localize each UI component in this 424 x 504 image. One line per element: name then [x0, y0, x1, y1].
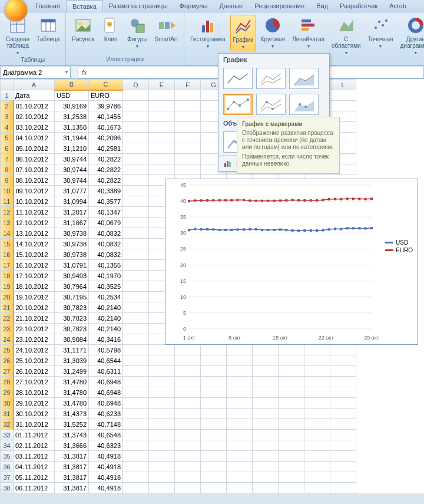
bar-chart-button[interactable]: Линейчатая — [290, 15, 327, 50]
cell-14-D[interactable] — [123, 228, 149, 239]
row-header-18[interactable]: 18 — [1, 271, 14, 281]
row-header-22[interactable]: 22 — [1, 313, 14, 324]
cell-27-L[interactable] — [330, 366, 356, 377]
cell-35-L[interactable] — [330, 451, 356, 462]
cell-32-K[interactable] — [304, 419, 330, 430]
tab-view[interactable]: Вид — [310, 0, 334, 13]
scatter-chart-button[interactable]: Точечная — [366, 15, 396, 50]
cell-27-C[interactable]: 40,6311 — [89, 366, 123, 377]
cell-38-A[interactable]: 06.11.2012 — [14, 483, 55, 493]
row-header-38[interactable]: 38 — [1, 483, 14, 493]
cell-27-I[interactable] — [253, 366, 279, 377]
cell-32-C[interactable]: 40,7148 — [89, 419, 123, 430]
cell-30-B[interactable]: 31,4780 — [55, 398, 89, 409]
cell-1-A[interactable]: Дата — [14, 90, 55, 101]
col-header-F[interactable]: F — [175, 80, 201, 90]
cell-28-A[interactable]: 27.10.2012 — [14, 377, 55, 387]
cell-1-C[interactable]: EURO — [89, 90, 123, 101]
row-header-5[interactable]: 5 — [1, 133, 14, 143]
cell-30-J[interactable] — [279, 398, 304, 409]
cell-9-B[interactable]: 30,9744 — [55, 175, 89, 186]
cell-33-K[interactable] — [304, 430, 330, 440]
row-header-34[interactable]: 34 — [1, 440, 14, 451]
cell-37-E[interactable] — [149, 472, 175, 483]
cell-28-J[interactable] — [279, 377, 304, 387]
cell-30-C[interactable]: 40,6948 — [89, 398, 123, 409]
cell-31-B[interactable]: 31,4373 — [55, 409, 89, 419]
cell-33-B[interactable]: 31,3743 — [55, 430, 89, 440]
row-header-3[interactable]: 3 — [1, 111, 14, 122]
cell-11-B[interactable]: 31,0994 — [55, 196, 89, 207]
cell-11-D[interactable] — [123, 196, 149, 207]
cell-35-B[interactable]: 31,3817 — [55, 451, 89, 462]
cell-9-A[interactable]: 08.10.2012 — [14, 175, 55, 186]
cell-25-G[interactable] — [201, 345, 227, 355]
row-header-26[interactable]: 26 — [1, 355, 14, 366]
cell-37-K[interactable] — [304, 472, 330, 483]
cell-37-B[interactable]: 31,3817 — [55, 472, 89, 483]
cell-36-C[interactable]: 40,4918 — [89, 462, 123, 472]
cell-20-D[interactable] — [123, 292, 149, 302]
line-chart-button[interactable]: График — [230, 15, 256, 51]
cell-11-A[interactable]: 10.10.2012 — [14, 196, 55, 207]
cell-35-J[interactable] — [279, 451, 304, 462]
col-header-L[interactable]: L — [330, 80, 356, 90]
cell-35-F[interactable] — [175, 451, 201, 462]
cell-21-B[interactable]: 30,7823 — [55, 302, 89, 313]
line-markers-stacked[interactable] — [256, 94, 286, 115]
cell-3-C[interactable]: 40,1455 — [89, 111, 123, 122]
cell-27-D[interactable] — [123, 366, 149, 377]
cell-17-B[interactable]: 31,0791 — [55, 260, 89, 271]
cell-14-C[interactable]: 40,0832 — [89, 228, 123, 239]
row-header-25[interactable]: 25 — [1, 345, 14, 355]
cell-31-K[interactable] — [304, 409, 330, 419]
cell-33-D[interactable] — [123, 430, 149, 440]
cell-31-D[interactable] — [123, 409, 149, 419]
cell-38-J[interactable] — [279, 483, 304, 493]
cell-5-C[interactable]: 40,2096 — [89, 133, 123, 143]
cell-5-F[interactable] — [175, 133, 201, 143]
cell-21-D[interactable] — [123, 302, 149, 313]
cell-38-D[interactable] — [123, 483, 149, 493]
cell-10-C[interactable]: 40,3389 — [89, 186, 123, 196]
cell-8-E[interactable] — [149, 164, 175, 175]
cell-10-B[interactable]: 31,0777 — [55, 186, 89, 196]
cell-20-C[interactable]: 40,2534 — [89, 292, 123, 302]
cell-22-B[interactable]: 30,7823 — [55, 313, 89, 324]
cell-34-F[interactable] — [175, 440, 201, 451]
cell-27-J[interactable] — [279, 366, 304, 377]
cell-28-E[interactable] — [149, 377, 175, 387]
cell-31-G[interactable] — [201, 409, 227, 419]
cell-24-C[interactable]: 40,3416 — [89, 334, 123, 345]
cell-33-A[interactable]: 01.11.2012 — [14, 430, 55, 440]
cell-34-G[interactable] — [201, 440, 227, 451]
cell-13-C[interactable]: 40,0679 — [89, 218, 123, 228]
row-header-2[interactable]: 2 — [1, 101, 14, 111]
row-header-10[interactable]: 10 — [1, 186, 14, 196]
cell-34-I[interactable] — [253, 440, 279, 451]
cell-36-L[interactable] — [330, 462, 356, 472]
cell-25-C[interactable]: 40,5798 — [89, 345, 123, 355]
cell-2-L[interactable] — [330, 101, 356, 111]
cell-35-C[interactable]: 40,4918 — [89, 451, 123, 462]
cell-6-B[interactable]: 31,1210 — [55, 143, 89, 154]
cell-38-C[interactable]: 40,4918 — [89, 483, 123, 493]
cell-16-C[interactable]: 40,0832 — [89, 249, 123, 260]
line-type-3[interactable] — [289, 68, 319, 89]
cell-28-H[interactable] — [227, 377, 253, 387]
cell-21-C[interactable]: 40,2140 — [89, 302, 123, 313]
cell-18-C[interactable]: 40,1970 — [89, 271, 123, 281]
cell-37-G[interactable] — [201, 472, 227, 483]
col-header-E[interactable]: E — [149, 80, 175, 90]
cell-38-L[interactable] — [330, 483, 356, 493]
row-header-23[interactable]: 23 — [1, 324, 14, 334]
tab-insert[interactable]: Вставка — [66, 0, 103, 13]
cell-2-F[interactable] — [175, 101, 201, 111]
cell-23-C[interactable]: 40,2140 — [89, 324, 123, 334]
cell-29-C[interactable]: 40,6948 — [89, 387, 123, 398]
row-header-30[interactable]: 30 — [1, 398, 14, 409]
chart-plot[interactable]: 0510152025303540451 окт8 окт15 окт22 окт… — [165, 179, 418, 344]
cell-7-A[interactable]: 06.10.2012 — [14, 154, 55, 164]
cell-4-E[interactable] — [149, 122, 175, 133]
cell-37-J[interactable] — [279, 472, 304, 483]
